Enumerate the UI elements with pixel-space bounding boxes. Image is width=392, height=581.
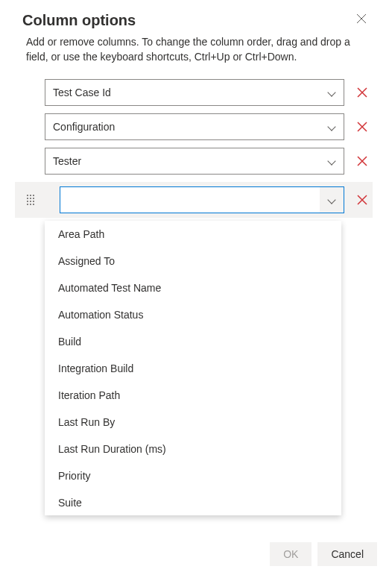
remove-icon xyxy=(356,121,368,133)
chevron-down-icon xyxy=(327,195,336,204)
dropdown-item[interactable]: Integration Build xyxy=(45,355,341,382)
remove-column-button[interactable] xyxy=(352,191,373,209)
dropdown-item[interactable]: Automated Test Name xyxy=(45,274,341,301)
dropdown-item[interactable]: Assigned To xyxy=(45,248,341,274)
column-combo-active[interactable] xyxy=(60,186,344,213)
dropdown-item[interactable]: Suite xyxy=(45,489,341,515)
remove-icon xyxy=(356,155,368,167)
column-search-input[interactable] xyxy=(60,187,320,213)
remove-column-button[interactable] xyxy=(352,84,373,101)
dropdown-item[interactable]: Build xyxy=(45,328,341,355)
remove-icon xyxy=(356,87,368,98)
dropdown-item[interactable]: Automation Status xyxy=(45,301,341,328)
close-button[interactable] xyxy=(353,12,370,28)
column-combo[interactable]: Test Case Id xyxy=(45,79,344,106)
column-value: Configuration xyxy=(53,121,327,133)
dropdown-item[interactable]: Area Path xyxy=(45,221,341,248)
column-row: Tester xyxy=(15,148,373,175)
column-row: Configuration xyxy=(15,113,373,140)
dropdown-item[interactable]: Last Run Duration (ms) xyxy=(45,436,341,462)
dropdown-item[interactable]: Priority xyxy=(45,462,341,489)
remove-column-button[interactable] xyxy=(352,152,373,170)
column-combo[interactable]: Configuration xyxy=(45,113,344,140)
chevron-down-icon xyxy=(327,157,336,166)
remove-icon xyxy=(356,194,368,206)
dropdown-toggle-button[interactable] xyxy=(320,187,344,213)
chevron-down-icon xyxy=(327,88,336,97)
column-dropdown-list[interactable]: Area Path Assigned To Automated Test Nam… xyxy=(45,221,341,515)
dialog-footer: OK Cancel xyxy=(270,542,377,566)
drag-handle-icon[interactable] xyxy=(27,192,36,207)
remove-column-button[interactable] xyxy=(352,118,373,136)
column-value: Test Case Id xyxy=(53,87,327,98)
dialog-title: Column options xyxy=(22,12,136,29)
column-row: Test Case Id xyxy=(15,79,373,106)
dialog-description: Add or remove columns. To change the col… xyxy=(0,29,392,79)
cancel-button[interactable]: Cancel xyxy=(317,542,377,566)
ok-button[interactable]: OK xyxy=(270,542,312,566)
chevron-down-icon xyxy=(327,122,336,131)
dropdown-item[interactable]: Last Run By xyxy=(45,409,341,436)
close-icon xyxy=(356,13,367,24)
column-value: Tester xyxy=(53,155,327,167)
dropdown-item[interactable]: Iteration Path xyxy=(45,382,341,409)
column-row-active xyxy=(15,182,373,218)
column-combo[interactable]: Tester xyxy=(45,148,344,175)
